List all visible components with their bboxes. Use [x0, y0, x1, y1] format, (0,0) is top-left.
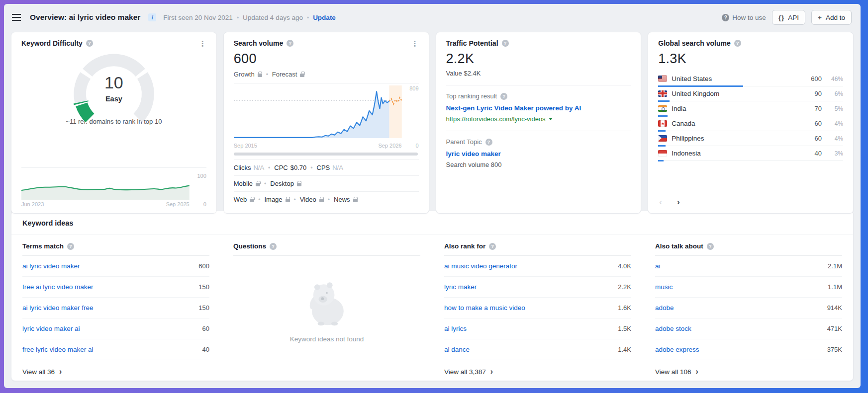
keyword-volume: 1.6K — [618, 304, 631, 312]
info-badge[interactable]: i — [148, 13, 156, 21]
country-row: Canada 60 4% — [658, 116, 843, 131]
keyword-volume: 1.5K — [618, 325, 631, 332]
chevron-right-icon[interactable]: › — [677, 197, 680, 207]
update-link[interactable]: Update — [313, 14, 336, 21]
keyword-link[interactable]: ai music video generator — [444, 262, 517, 270]
help-icon[interactable] — [734, 40, 741, 47]
keyword-link[interactable]: lyric video maker ai — [22, 325, 80, 332]
help-icon[interactable] — [485, 139, 492, 146]
menu-icon[interactable] — [12, 14, 21, 21]
keyword-link[interactable]: ai dance — [444, 346, 470, 353]
keyword-link[interactable]: adobe express — [655, 346, 699, 353]
keyword-row: free ai lyric video maker 150 — [22, 277, 209, 298]
difficulty-gauge: 10 Easy — [59, 49, 169, 126]
keyword-volume: 375K — [827, 346, 842, 353]
cpc-value: $0.70 — [290, 164, 307, 171]
terms-match-rows: ai lyric video maker 600 free ai lyric v… — [22, 256, 209, 360]
country-name: United States — [672, 75, 797, 82]
help-icon[interactable] — [500, 93, 507, 100]
flag-icon — [658, 76, 667, 82]
growth-toggle[interactable]: Growth — [234, 71, 262, 78]
help-icon[interactable] — [67, 243, 74, 250]
keyword-link[interactable]: ai — [655, 262, 661, 270]
parent-topic-volume: Search volume 800 — [446, 161, 631, 168]
keyword-row: ai music video generator 4.0K — [444, 256, 631, 277]
desktop-toggle[interactable]: Desktop — [270, 180, 301, 187]
country-volume: 60 — [802, 135, 822, 142]
help-icon[interactable] — [86, 40, 93, 47]
keyword-link[interactable]: ai lyrics — [444, 325, 467, 332]
browser-frame: Overview: ai lyric video maker i First s… — [0, 0, 868, 393]
kebab-menu-icon[interactable] — [411, 40, 419, 47]
terms-match-column: Terms match ai lyric video maker 600 fre… — [22, 236, 209, 376]
country-row: United Kingdom 90 6% — [658, 86, 843, 101]
card-title: Keyword Difficulty — [21, 39, 83, 47]
kd-x-end-label: Sep 2025 — [166, 201, 190, 207]
mobile-toggle[interactable]: Mobile — [234, 180, 260, 187]
flag-icon — [658, 90, 667, 97]
clicks-value: N/A — [253, 164, 264, 171]
country-row: Philippines 60 4% — [658, 131, 843, 146]
question-circle-icon — [722, 14, 729, 21]
keyword-row: free lyric video maker ai 40 — [22, 339, 209, 360]
country-volume: 60 — [802, 120, 822, 127]
braces-icon: {} — [778, 14, 785, 21]
video-label: Video — [300, 196, 316, 203]
keyword-row: music 1.1M — [655, 277, 842, 298]
kebab-menu-icon[interactable] — [199, 40, 206, 47]
view-all-also-talk-about[interactable]: View all 106 › — [655, 368, 842, 376]
keyword-link[interactable]: adobe — [655, 304, 674, 312]
video-toggle[interactable]: Video — [300, 196, 324, 203]
help-icon[interactable] — [489, 243, 496, 250]
url-text: https://rotorvideos.com/lyric-videos — [446, 115, 546, 123]
add-to-button[interactable]: + Add to — [811, 10, 852, 25]
parent-topic-link[interactable]: lyric video maker — [446, 150, 631, 157]
keyword-volume: 1.1M — [828, 283, 842, 291]
also-talk-about-column: Also talk about ai 2.1M music 1.1M adobe — [655, 236, 842, 376]
forecast-toggle[interactable]: Forecast — [272, 71, 305, 78]
keyword-link[interactable]: free lyric video maker ai — [22, 346, 94, 353]
card-title: Global search volume — [658, 39, 731, 47]
web-toggle[interactable]: Web — [234, 196, 255, 203]
help-icon[interactable] — [287, 40, 293, 47]
traffic-value-line: Value $2.4K — [446, 70, 631, 77]
help-icon[interactable] — [502, 40, 509, 47]
kd-x-start-label: Jun 2023 — [21, 201, 44, 207]
view-all-also-rank-for[interactable]: View all 3,387 › — [444, 368, 631, 376]
top-ranking-result-link[interactable]: Next-gen Lyric Video Maker powered by AI — [446, 104, 631, 112]
keyword-link[interactable]: how to make a music video — [444, 304, 525, 312]
help-icon[interactable] — [707, 243, 714, 250]
chevron-right-icon: › — [696, 368, 698, 376]
caret-down-icon — [549, 118, 553, 120]
country-row: India 70 5% — [658, 101, 843, 116]
keyword-link[interactable]: ai lyric video maker free — [22, 304, 94, 312]
keyword-link[interactable]: music — [655, 283, 673, 291]
country-volume: 90 — [802, 90, 822, 97]
keyword-row: how to make a music video 1.6K — [444, 298, 631, 318]
keyword-link[interactable]: adobe stock — [655, 325, 691, 332]
view-all-label: View all 3,387 — [444, 368, 486, 376]
difficulty-label: Easy — [59, 95, 169, 103]
keyword-volume: 2.2K — [618, 283, 631, 291]
api-button[interactable]: {} API — [772, 10, 805, 25]
plus-icon: + — [818, 14, 822, 21]
help-icon[interactable] — [270, 243, 277, 250]
how-to-use-link[interactable]: How to use — [722, 14, 766, 21]
keyword-link[interactable]: lyric maker — [444, 283, 477, 291]
country-list: United States 600 46% United Kingdom 90 … — [658, 72, 843, 161]
image-toggle[interactable]: Image — [264, 196, 289, 203]
keyword-link[interactable]: free ai lyric video maker — [22, 283, 94, 291]
keyword-row: ai 2.1M — [655, 256, 842, 277]
lock-icon — [353, 199, 358, 202]
add-to-button-label: Add to — [826, 14, 845, 21]
country-row: United States 600 46% — [658, 72, 843, 86]
keyword-link[interactable]: ai lyric video maker — [22, 262, 80, 270]
news-toggle[interactable]: News — [334, 196, 358, 203]
column-title: Also rank for — [444, 242, 485, 250]
chart-scrollbar[interactable] — [234, 153, 418, 156]
clicks-metrics-row: Clicks N/A CPC $0.70 CPS N/A — [234, 159, 419, 175]
view-all-terms-match[interactable]: View all 36 › — [22, 368, 209, 376]
keyword-volume: 471K — [827, 325, 842, 332]
kd-y-max-label: 100 — [192, 173, 206, 179]
top-ranking-url[interactable]: https://rotorvideos.com/lyric-videos — [446, 115, 631, 123]
